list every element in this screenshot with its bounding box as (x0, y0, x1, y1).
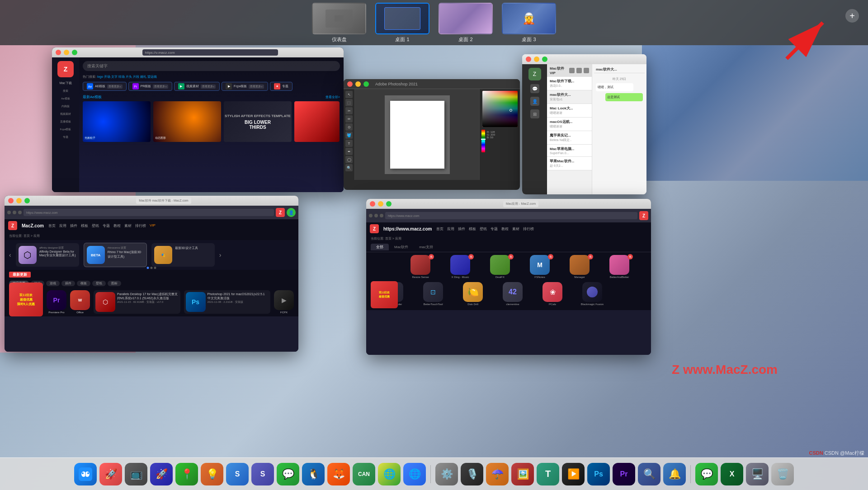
close-btn-macz-bl[interactable] (8, 198, 14, 203)
close-btn-ps[interactable] (347, 81, 353, 87)
macz-cat-video[interactable]: ▶ 视频素材 查看更多» (174, 82, 220, 91)
app-card-betterandbetter[interactable]: 免 BetterAndBetter (601, 255, 637, 278)
app-card-xding[interactable]: 免 X Ding - Music (442, 255, 478, 278)
nav-resources[interactable]: 素材 (124, 223, 132, 228)
dock-firefox[interactable]: 🦊 (327, 463, 350, 485)
app-card-blackmagic[interactable]: Blackmagic Fusion (574, 282, 610, 306)
filter-wallpapers-bl[interactable]: 壁纸 (92, 281, 106, 286)
wechat-chat-item-5[interactable]: 魔芋果实记... Beliea Na限定.. (547, 131, 592, 145)
nav-br-wallpapers[interactable]: 壁纸 (480, 226, 487, 231)
desktop-thumb-dashboard[interactable]: 仪表盘 (312, 3, 366, 43)
dock-unknown[interactable]: 🖥️ (746, 463, 769, 485)
close-btn-macz-top[interactable] (56, 50, 61, 55)
nav-br-home[interactable]: 首页 (436, 226, 443, 231)
wechat-apps-icon[interactable]: ⊞ (530, 109, 539, 118)
dock-qq[interactable]: 🐧 (302, 463, 325, 485)
dock-notchmeister[interactable]: 🔔 (663, 463, 686, 485)
dock-chrome-blue[interactable]: 🌐 (403, 463, 426, 485)
nav-br-tutorial[interactable]: 教程 (501, 226, 509, 231)
nav-reload[interactable] (18, 211, 22, 214)
desktop-thumb-desk3[interactable]: 🧝 桌面 3 (502, 3, 556, 43)
ps-tool-2[interactable]: ⬚ (345, 99, 353, 106)
dock-chrome-green[interactable]: 🌐 (378, 463, 401, 485)
close-btn-macz-br[interactable] (370, 201, 375, 207)
dock-trash[interactable]: 🗑️ (771, 463, 794, 485)
nav-tutorial[interactable]: 教程 (113, 223, 121, 228)
macz-cat-ae[interactable]: Ae AE模板 查看更多» (83, 82, 127, 91)
wechat-chat-item-6[interactable]: Mac苹果电脑... SuperFan.0... (547, 145, 592, 157)
dock-excel[interactable]: X (721, 463, 743, 485)
wechat-add-icon[interactable] (576, 68, 582, 73)
dock-finder[interactable] (74, 463, 97, 485)
min-btn-wechat[interactable] (534, 57, 539, 62)
macz-bl-url-bar[interactable]: https://www.macz.com (24, 209, 274, 216)
min-btn-macz-top[interactable] (64, 50, 69, 55)
macz-cat-topic[interactable]: ★ 专题 (270, 82, 292, 91)
nav-ranking[interactable]: 排行榜 (135, 223, 146, 228)
tab-all[interactable]: 全部 (371, 244, 389, 250)
macz-cat-pr[interactable]: Pr PR模板 查看更多» (128, 82, 172, 91)
dock-wechat[interactable]: 💬 (277, 463, 299, 485)
dl-fcpx-icon[interactable]: ▶ FCPX (274, 290, 294, 314)
nav-vip[interactable]: VIP (150, 223, 156, 228)
ps-tool-4[interactable]: ✏ (345, 115, 353, 122)
nav-home[interactable]: 首页 (48, 223, 56, 228)
filter-games[interactable]: 游戏 (46, 281, 60, 286)
ps-tool-3[interactable]: ✂ (345, 107, 353, 114)
nav-forward-br[interactable] (374, 214, 378, 217)
max-btn-macz-top[interactable] (72, 50, 77, 55)
wechat-search-icon[interactable] (569, 68, 575, 73)
nav-br-topics[interactable]: 专题 (491, 226, 498, 231)
max-btn-wechat[interactable] (542, 57, 547, 62)
dock-screen-recorder[interactable]: 📺 (125, 463, 147, 485)
dock-maps[interactable]: 📍 (175, 463, 198, 485)
ps-tool-6[interactable]: 🪣 (345, 132, 353, 139)
dock-photoshop[interactable]: Ps (587, 463, 610, 485)
macz-cat-fcpx[interactable]: ▶ Fcpx模板 查看更多» (222, 82, 268, 91)
ps-tool-10[interactable]: 🔍 (345, 164, 353, 171)
macz-search-input[interactable]: 搜索关键字 (87, 63, 108, 69)
nav-apps[interactable]: 应用 (59, 223, 66, 228)
app-card-btt[interactable]: ⊡ BetterTouchTool (415, 282, 451, 306)
dl-ps[interactable]: Ps Photoshop 2021 for macOS2021(v22.5.1 … (184, 290, 271, 314)
nav-br-ranking[interactable]: 排行榜 (523, 226, 534, 231)
app-card-pcals[interactable]: ❀ PCals (534, 282, 571, 306)
nav-br-templates[interactable]: 模板 (469, 226, 476, 231)
wechat-messages-icon[interactable]: 💬 (530, 84, 539, 93)
wechat-grid-icon[interactable] (584, 68, 589, 73)
macz-view-all[interactable]: 查看全部» (326, 95, 340, 99)
tab-mac-software[interactable]: Mac软件 (389, 244, 414, 250)
nav-forward[interactable] (13, 211, 16, 214)
dock-system-prefs[interactable]: ⚙️ (435, 463, 458, 485)
max-btn-macz-bl[interactable] (24, 198, 30, 203)
dock-fcpx[interactable]: ▶️ (562, 463, 585, 485)
nav-back-br[interactable] (369, 214, 373, 217)
macz-br-url-bar[interactable]: https://www.macz.com (385, 212, 637, 219)
min-btn-macz-bl[interactable] (16, 198, 22, 203)
ps-tool-1[interactable]: ↖ (345, 91, 353, 98)
dock-wechat2[interactable]: 💬 (695, 463, 718, 485)
dock-istat[interactable]: 🚀 (150, 463, 173, 485)
nav-topics[interactable]: 专题 (103, 223, 110, 228)
dock-launchpad[interactable]: 🚀 (99, 463, 122, 485)
app-card-clementine[interactable]: 42 clementine (495, 282, 531, 306)
app-card-dealfx[interactable]: 免 DealFX (482, 255, 518, 278)
dock-typora[interactable]: T (537, 463, 559, 485)
ps-tool-9[interactable]: ◯ (345, 156, 353, 163)
dl-pr-icon[interactable]: Pr Premiere Pro (47, 290, 66, 314)
app-card-diskdrill[interactable]: 🍋 Disk Drill (455, 282, 491, 306)
nav-br-resources[interactable]: 素材 (512, 226, 519, 231)
nav-plugins[interactable]: 插件 (70, 223, 77, 228)
dock-sip[interactable]: S (251, 463, 274, 485)
min-btn-macz-br[interactable] (378, 201, 383, 207)
dock-ithoughts[interactable]: 💡 (201, 463, 223, 485)
dock-photos[interactable]: 🖼️ (511, 463, 534, 485)
nav-back[interactable] (7, 211, 11, 214)
nav-wallpapers[interactable]: 壁纸 (92, 223, 99, 228)
ps-tool-8[interactable]: ✒ (345, 148, 353, 155)
min-btn-ps[interactable] (355, 81, 361, 87)
ps-tool-5[interactable]: ⊙ (345, 123, 353, 131)
color-spectrum[interactable] (482, 91, 518, 127)
dock-mic[interactable]: 🎙️ (461, 463, 483, 485)
nav-br-apps[interactable]: 应用 (447, 226, 454, 231)
